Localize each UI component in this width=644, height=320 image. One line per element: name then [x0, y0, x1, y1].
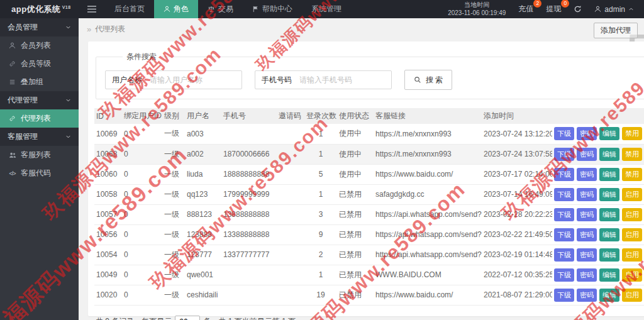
table-row: 100600一级liuda188888888885使用中https://www.… — [94, 164, 644, 184]
password-button[interactable]: 密码 — [577, 188, 597, 201]
cell-username: a003 — [185, 124, 221, 144]
sub-button[interactable]: 下级 — [554, 168, 574, 181]
password-button[interactable]: 密码 — [577, 268, 597, 282]
edit-button[interactable]: 编辑 — [599, 168, 619, 181]
cell-login_count: 1 — [304, 124, 337, 144]
cell-created_at: 2021-08-07 21:29:00 — [482, 285, 552, 305]
page-size-select[interactable]: 20 — [175, 316, 200, 320]
cell-level: 一级 — [162, 164, 185, 184]
password-button[interactable]: 密码 — [577, 228, 597, 241]
sidebar-section-support[interactable]: 客服管理 — [0, 128, 79, 146]
nav-item-system[interactable]: 系统管理 — [302, 0, 351, 18]
toggle-button[interactable]: 启用 — [622, 268, 642, 282]
add-agent-button[interactable]: 添加代理 — [594, 23, 638, 38]
edit-button[interactable]: 编辑 — [599, 248, 619, 262]
cell-invite_code — [277, 144, 304, 164]
nav-item-roles[interactable]: 角色 — [154, 0, 198, 18]
cell-id: 10054 — [94, 245, 122, 265]
user-icon — [594, 6, 601, 13]
edit-button[interactable]: 编辑 — [599, 289, 619, 302]
cell-created_at: 2023-02-22 21:49:50 — [482, 224, 552, 245]
edit-button[interactable]: 编辑 — [599, 148, 619, 161]
nav-item-dashboard[interactable]: 后台首页 — [105, 0, 154, 18]
cell-level: 一级 — [162, 224, 185, 245]
cell-username: 123888 — [185, 224, 221, 245]
password-button[interactable]: 密码 — [577, 127, 597, 140]
bars-icon — [8, 79, 16, 86]
sub-button[interactable]: 下级 — [554, 208, 574, 221]
cell-status: 已禁用 — [337, 204, 374, 224]
withdraw-link[interactable]: 提现 0 — [546, 4, 561, 14]
toggle-button[interactable]: 启用 — [622, 248, 642, 262]
sidebar-item-member-list[interactable]: 会员列表 — [0, 36, 79, 55]
password-button[interactable]: 密码 — [577, 289, 597, 302]
hamburger-icon[interactable] — [79, 0, 105, 18]
cell-status: 使用中 — [337, 144, 374, 164]
cell-level: 一级 — [162, 204, 185, 224]
toggle-button[interactable]: 启用 — [622, 228, 642, 241]
scales-icon — [208, 6, 215, 13]
edit-button[interactable]: 编辑 — [599, 208, 619, 221]
cell-phone: 17999999999 — [221, 184, 277, 204]
user-menu[interactable]: admin — [594, 5, 634, 14]
toggle-button[interactable]: 启用 — [622, 208, 642, 221]
cell-created_at: 2023-02-28 20:22:23 — [482, 204, 552, 224]
phone-input[interactable] — [298, 75, 391, 84]
sub-button[interactable]: 下级 — [554, 148, 574, 161]
password-button[interactable]: 密码 — [577, 248, 597, 262]
code-icon: </> — [8, 170, 16, 177]
column-header: 邀请码 — [277, 108, 304, 124]
cell-id: 10060 — [94, 164, 122, 184]
sub-button[interactable]: 下级 — [554, 268, 574, 282]
sidebar-section-agents[interactable]: 代理管理 — [0, 91, 79, 109]
sidebar-item-agent-list[interactable]: 代理列表 — [0, 109, 79, 128]
table-row: 100690一级a0031使用中https://t.me/xnxnxn99320… — [94, 124, 644, 144]
cell-level: 一级 — [162, 245, 185, 265]
app-logo: app优化系统V18 — [0, 0, 79, 18]
edit-button[interactable]: 编辑 — [599, 268, 619, 282]
cell-login_count: 1 — [304, 144, 337, 164]
cell-link: safagdgkdg.cc — [374, 184, 482, 204]
edit-button[interactable]: 编辑 — [599, 188, 619, 201]
toggle-button[interactable]: 禁用 — [622, 127, 642, 140]
cell-actions: 下级密码编辑禁用删除 — [552, 124, 644, 144]
cell-username: qq123 — [185, 184, 221, 204]
sidebar-section-members[interactable]: 会员管理 — [0, 18, 79, 36]
sub-button[interactable]: 下级 — [554, 248, 574, 262]
column-header: 级别 — [162, 108, 185, 124]
table-row: 100580一级qq123179999999991已禁用safagdgkdg.c… — [94, 184, 644, 204]
navbar-right: 当地时间 2023-11-06 00:19:49 充值 2 提现 0 admin — [448, 0, 644, 18]
edit-button[interactable]: 编辑 — [599, 228, 619, 241]
sub-button[interactable]: 下级 — [554, 188, 574, 201]
cell-bind_user_id: 0 — [122, 285, 162, 305]
toggle-button[interactable]: 启用 — [622, 289, 642, 302]
password-button[interactable]: 密码 — [577, 148, 597, 161]
cell-login_count: 2 — [304, 245, 337, 265]
sub-button[interactable]: 下级 — [554, 127, 574, 140]
toggle-button[interactable]: 禁用 — [622, 148, 642, 161]
edit-button[interactable]: 编辑 — [599, 127, 619, 140]
column-header: ID — [94, 108, 122, 124]
cell-created_at: 2022-07-12 00:35:25 — [482, 265, 552, 285]
sidebar-item-member-level[interactable]: 会员等级 — [0, 55, 79, 73]
search-button[interactable]: 搜 索 — [404, 70, 452, 90]
sidebar-item-support-code[interactable]: </> 客服代码 — [0, 164, 79, 182]
sidebar-item-support-list[interactable]: 客服列表 — [0, 146, 79, 164]
sub-button[interactable]: 下级 — [554, 289, 574, 302]
cell-id: 10068 — [94, 144, 122, 164]
cell-invite_code — [277, 265, 304, 285]
username-input[interactable] — [148, 75, 242, 84]
toggle-button[interactable]: 禁用 — [622, 168, 642, 181]
sub-button[interactable]: 下级 — [554, 228, 574, 241]
refresh-icon[interactable] — [574, 5, 582, 13]
cell-login_count: 1 — [304, 265, 337, 285]
sidebar-item-stack-group[interactable]: 叠加组 — [0, 73, 79, 91]
nav-item-help-center[interactable]: 帮助中心 — [243, 0, 302, 18]
cell-created_at: 2023-07-14 16:49:09 — [482, 184, 552, 204]
recharge-link[interactable]: 充值 2 — [518, 4, 533, 14]
cell-level: 一级 — [162, 124, 185, 144]
toggle-button[interactable]: 启用 — [622, 188, 642, 201]
nav-item-trade[interactable]: 交易 — [198, 0, 243, 18]
password-button[interactable]: 密码 — [577, 168, 597, 181]
password-button[interactable]: 密码 — [577, 208, 597, 221]
